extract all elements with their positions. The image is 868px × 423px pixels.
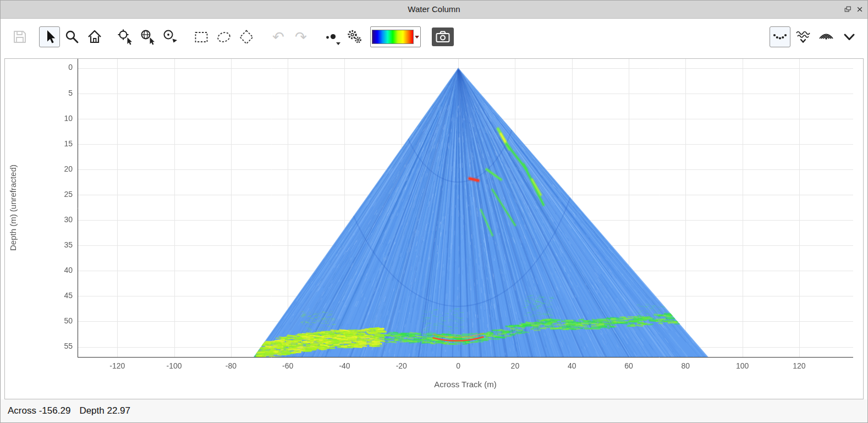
float-icon [844, 6, 851, 13]
water-column-canvas[interactable] [5, 59, 863, 399]
select-polygon-button[interactable] [236, 26, 257, 47]
select-cursor-button[interactable] [39, 26, 60, 47]
depth-label: Depth [79, 405, 104, 416]
depth-value: 22.97 [107, 405, 130, 416]
plot-container: Depth (m) (unrefracted) Across Track (m) [4, 58, 864, 399]
select-rectangle-button[interactable] [191, 26, 212, 47]
pick-point-button[interactable] [115, 26, 136, 47]
status-bar: Across -156.29 Depth 22.97 [1, 399, 867, 422]
dashed-rectangle-icon [193, 28, 210, 46]
wiggle-view-button[interactable] [793, 26, 814, 47]
settings-button[interactable] [344, 26, 365, 47]
pick-globe-button[interactable] [138, 26, 158, 47]
colormap-gradient [372, 30, 414, 44]
float-button[interactable] [842, 4, 853, 15]
colormap-selector[interactable] [370, 26, 421, 47]
y-axis-label: Depth (m) (unrefracted) [7, 59, 19, 357]
zoom-button[interactable] [62, 26, 83, 47]
x-axis-label: Across Track (m) [78, 380, 853, 389]
save-button[interactable] [9, 26, 30, 47]
window-title: Water Column [1, 1, 867, 18]
expand-button[interactable] [839, 26, 860, 47]
titlebar[interactable]: Water Column [1, 1, 867, 19]
water-column-window: Water Column [0, 0, 868, 423]
swath-arcs-icon [817, 28, 835, 46]
colormap-dropdown-icon [415, 36, 419, 39]
home-icon [86, 28, 103, 46]
dashed-diamond-icon [238, 28, 255, 46]
beam-points-icon [771, 28, 789, 46]
point-display-button[interactable] [321, 26, 342, 47]
camera-icon [434, 29, 452, 45]
select-ellipse-button[interactable] [213, 26, 234, 47]
undo-button[interactable]: ↶ [268, 26, 289, 47]
titlebar-buttons [842, 1, 865, 18]
toolbar: ↶ ↷ [1, 19, 867, 55]
beam-points-view-button[interactable] [770, 26, 790, 47]
across-label: Across [8, 405, 36, 416]
cursor-arrow-icon [41, 28, 58, 46]
swath-view-button[interactable] [816, 26, 837, 47]
close-icon [856, 6, 863, 13]
dropdown-arrow-icon [336, 42, 340, 45]
globe-cursor-icon [139, 28, 157, 46]
dashed-lasso-icon [215, 28, 233, 46]
undo-icon: ↶ [272, 30, 284, 44]
chevron-down-icon [840, 28, 858, 46]
home-button[interactable] [84, 26, 105, 47]
save-icon [11, 28, 29, 46]
snapshot-button[interactable] [432, 28, 454, 46]
close-button[interactable] [854, 4, 865, 15]
redo-button[interactable]: ↷ [290, 26, 311, 47]
compass-point-icon [162, 28, 179, 46]
across-value: -156.29 [39, 405, 71, 416]
gears-icon [345, 28, 363, 46]
wiggle-fan-icon [794, 28, 812, 46]
pick-compass-button[interactable] [160, 26, 181, 47]
crosshair-cursor-icon [117, 28, 134, 46]
redo-icon: ↷ [295, 30, 307, 44]
magnifier-icon [63, 28, 81, 46]
